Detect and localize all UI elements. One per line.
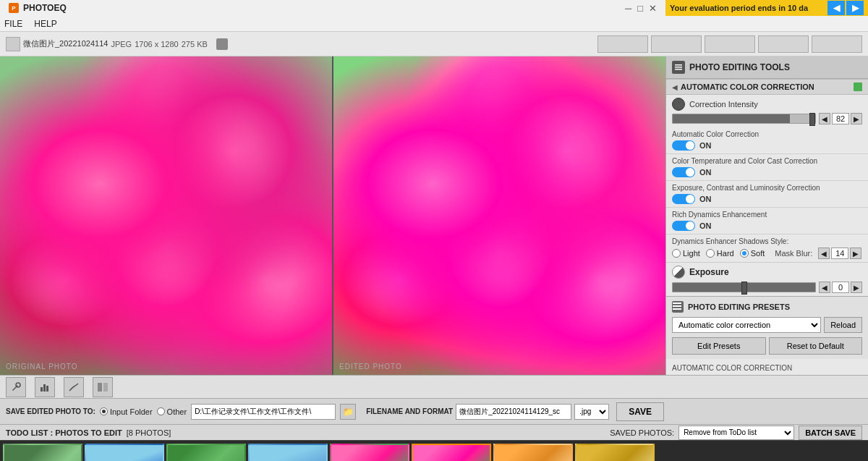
- save-path-input[interactable]: [191, 404, 336, 420]
- thumbnail-4[interactable]: 微信图片_202208111417...: [330, 444, 409, 461]
- svg-rect-11: [103, 383, 108, 392]
- reset-to-default-button[interactable]: Reset to Default: [769, 337, 863, 355]
- thumbnail-2[interactable]: 微信图片_202206221434...: [166, 444, 246, 461]
- toolbar-btn-5[interactable]: [812, 35, 862, 53]
- color-temp-toggle-label: ON: [699, 168, 712, 177]
- rich-dynamics-toggle[interactable]: [672, 221, 695, 231]
- tool-wrench[interactable]: [6, 377, 26, 397]
- filename-format-label: FILENAME AND FORMAT: [366, 407, 453, 415]
- toolbar-icon: [6, 37, 20, 51]
- close-button[interactable]: ✕: [649, 3, 657, 14]
- minimize-button[interactable]: ─: [625, 3, 631, 14]
- toolbar-btn-3[interactable]: [705, 35, 755, 53]
- radio-light[interactable]: Light: [672, 249, 700, 258]
- folder-browse-button[interactable]: 📁: [340, 404, 356, 420]
- thumbnail-7[interactable]: 微信图片_202403131657...: [575, 444, 655, 461]
- saved-action-select[interactable]: Remove from ToDo list: [678, 426, 794, 440]
- thumbnail-6[interactable]: 微信图片_202403131657...: [493, 444, 573, 461]
- menu-file[interactable]: FILE: [4, 19, 22, 29]
- toolbar-icon2: [216, 38, 228, 50]
- radio-hard[interactable]: Hard: [706, 249, 734, 258]
- svg-rect-2: [675, 69, 682, 70]
- saved-photos-label: SAVED PHOTOS:: [610, 428, 674, 437]
- intensity-increment[interactable]: ▶: [851, 113, 862, 124]
- correction-intensity-control: Correction Intensity ◀ 82 ▶: [666, 95, 868, 127]
- edit-presets-button[interactable]: Edit Presets: [672, 337, 766, 355]
- intensity-slider[interactable]: [672, 114, 816, 124]
- tool-curves[interactable]: [64, 377, 84, 397]
- exposure-increment[interactable]: ▶: [851, 282, 862, 293]
- other-label: Other: [167, 407, 187, 416]
- edited-photo-label: EDITED PHOTO: [339, 363, 402, 371]
- intensity-decrement[interactable]: ◀: [819, 113, 830, 124]
- svg-rect-10: [98, 383, 102, 392]
- panel-header: PHOTO EDITING TOOLS: [666, 56, 868, 79]
- format-select[interactable]: .jpg: [574, 404, 609, 420]
- exposure-slider[interactable]: [672, 282, 816, 292]
- thumbnail-5[interactable]: 微信图片_20221024114...: [412, 444, 491, 461]
- toolbar-dimensions: 1706 x 1280: [135, 40, 179, 48]
- svg-rect-1: [675, 67, 682, 68]
- mask-blur-increment[interactable]: ▶: [850, 248, 861, 259]
- toolbar-filesize: 275 KB: [182, 40, 208, 48]
- toolbar-btn-2[interactable]: [651, 35, 702, 53]
- preset-reload-button[interactable]: Reload: [824, 317, 862, 333]
- acc-bottom-label: AUTOMATIC COLOR CORRECTION: [666, 359, 868, 375]
- nav-next-icon[interactable]: ▶: [846, 1, 864, 15]
- auto-color-label: Automatic Color Correction: [672, 130, 862, 138]
- exposure-icon: [672, 266, 685, 279]
- rich-dynamics-label: Rich Dynamics Enhancement: [672, 211, 862, 219]
- eval-banner: Your evaluation period ends in 10 da ◀ ▶: [665, 0, 868, 16]
- exposure-label: Exposure: [689, 267, 729, 277]
- radio-other[interactable]: Other: [157, 407, 187, 416]
- menu-help[interactable]: HELP: [34, 19, 56, 29]
- thumbnail-strip: 微信图片_202108101446...微信图片_202108161408...…: [0, 440, 868, 461]
- toolbar-format: JPEG: [111, 40, 132, 48]
- presets-section: PHOTO EDITING PRESETS Automatic color co…: [666, 296, 868, 359]
- toolbar-btn-4[interactable]: [758, 35, 809, 53]
- batch-save-button[interactable]: BATCH SAVE: [799, 426, 862, 440]
- preset-select[interactable]: Automatic color correction: [672, 317, 821, 333]
- auto-color-toggle[interactable]: [672, 140, 695, 151]
- rich-dynamics-section: Rich Dynamics Enhancement ON: [666, 208, 868, 234]
- thumbnail-3[interactable]: 微信图片_202207071704...: [248, 444, 328, 461]
- radio-soft[interactable]: Soft: [740, 249, 765, 258]
- mask-blur-label: Mask Blur:: [775, 249, 812, 258]
- maximize-button[interactable]: □: [637, 3, 643, 14]
- exposure-spinner: ◀ 0 ▶: [819, 282, 862, 293]
- radio-input-folder[interactable]: Input Folder: [100, 407, 153, 416]
- mask-blur-decrement[interactable]: ◀: [818, 248, 830, 259]
- toolbar-btn-1[interactable]: [597, 35, 648, 53]
- color-temp-section: Color Temperature and Color Cast Correct…: [666, 154, 868, 181]
- exposure-contrast-toggle-label: ON: [699, 195, 712, 203]
- save-button[interactable]: SAVE: [616, 402, 664, 421]
- tool-compare[interactable]: [93, 377, 113, 397]
- radio-light-circle: [672, 249, 681, 258]
- intensity-spinner: ◀ 82 ▶: [819, 113, 862, 124]
- thumbnail-0[interactable]: 微信图片_202108101446...: [3, 444, 82, 461]
- exposure-contrast-section: Exposure, Contrast and Luminosity Correc…: [666, 181, 868, 208]
- filename-input[interactable]: [456, 404, 571, 420]
- color-temp-toggle[interactable]: [672, 167, 695, 177]
- original-photo: ORIGINAL PHOTO: [0, 56, 333, 375]
- nav-prev-icon[interactable]: ◀: [827, 1, 845, 15]
- exposure-contrast-label: Exposure, Contrast and Luminosity Correc…: [672, 184, 862, 192]
- tool-histogram[interactable]: [35, 377, 55, 397]
- color-temp-label: Color Temperature and Color Cast Correct…: [672, 157, 862, 165]
- app-title: PHOTOEQ: [23, 3, 67, 13]
- exposure-decrement[interactable]: ◀: [819, 282, 830, 293]
- intensity-icon: [672, 98, 685, 111]
- acc-section-header: ◀ AUTOMATIC COLOR CORRECTION: [666, 79, 868, 95]
- todo-count: [8 PHOTOS]: [127, 428, 171, 437]
- edited-photo: EDITED PHOTO: [333, 56, 665, 375]
- thumbnail-1[interactable]: 微信图片_202108161408...: [85, 444, 164, 461]
- menubar: FILE HELP: [0, 16, 868, 32]
- dynamics-row: Dynamics Enhancer Shadows Style: Light H…: [666, 234, 868, 262]
- bottom-toolbar: [0, 375, 868, 398]
- exposure-contrast-toggle[interactable]: [672, 194, 695, 204]
- svg-rect-8: [43, 384, 46, 392]
- acc-section-title: AUTOMATIC COLOR CORRECTION: [681, 83, 854, 91]
- mask-blur-value: 14: [831, 248, 848, 259]
- radio-hard-circle: [706, 249, 715, 258]
- acc-arrow-icon: ◀: [672, 83, 678, 91]
